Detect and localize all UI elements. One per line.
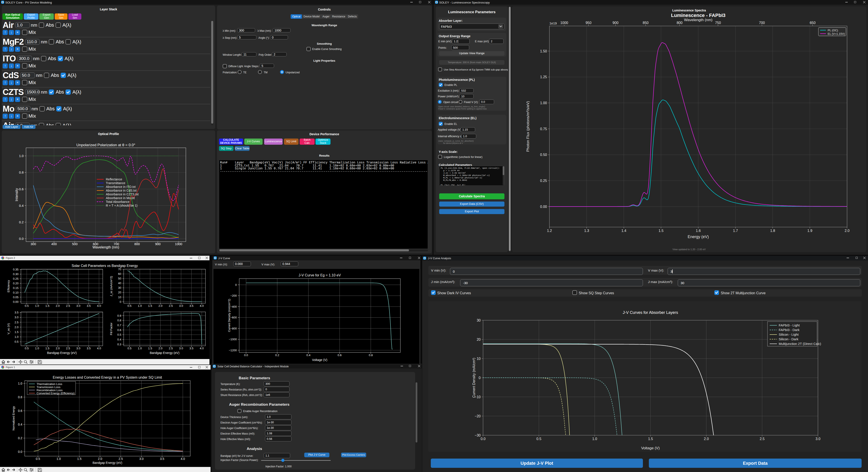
svg-text:Bandgap Energy (eV): Bandgap Energy (eV) bbox=[150, 351, 180, 355]
svg-text:2.0: 2.0 bbox=[158, 304, 162, 307]
svg-text:0.35: 0.35 bbox=[13, 268, 19, 271]
svg-text:0.0: 0.0 bbox=[244, 353, 248, 357]
svg-text:0.0: 0.0 bbox=[19, 237, 24, 240]
svg-text:Silicon - Light: Silicon - Light bbox=[779, 333, 799, 336]
svg-text:60: 60 bbox=[118, 272, 121, 275]
svg-text:950: 950 bbox=[586, 21, 592, 25]
svg-text:0: 0 bbox=[120, 300, 121, 304]
svg-text:500: 500 bbox=[72, 242, 78, 246]
svg-text:Solar Cell Parameters vs Bandg: Solar Cell Parameters vs Bandgap Energy bbox=[72, 264, 138, 268]
svg-text:Energy (eV): Energy (eV) bbox=[688, 235, 709, 239]
svg-text:2.0: 2.0 bbox=[14, 326, 19, 329]
svg-text:3.5: 3.5 bbox=[87, 347, 91, 350]
svg-text:J-V Curves for Absorber Layers: J-V Curves for Absorber Layers bbox=[623, 310, 678, 315]
svg-text:0.75: 0.75 bbox=[540, 127, 547, 131]
svg-text:1.0: 1.0 bbox=[35, 304, 39, 307]
svg-text:900: 900 bbox=[155, 242, 160, 246]
svg-text:Recombination Loss: Recombination Loss bbox=[37, 389, 63, 392]
svg-text:3.0: 3.0 bbox=[76, 347, 80, 350]
svg-text:2.0: 2.0 bbox=[845, 229, 849, 233]
svg-text:0.00: 0.00 bbox=[540, 205, 547, 209]
svg-text:Normalized Energy: Normalized Energy bbox=[12, 406, 15, 430]
svg-text:Absorbance in CdS.txt: Absorbance in CdS.txt bbox=[106, 189, 136, 192]
svg-text:Reflectance: Reflectance bbox=[106, 177, 122, 181]
svg-text:3.0: 3.0 bbox=[76, 304, 80, 307]
svg-text:0.5: 0.5 bbox=[536, 437, 541, 441]
svg-text:0.9: 0.9 bbox=[117, 314, 121, 317]
svg-text:0.0: 0.0 bbox=[480, 437, 486, 441]
svg-text:0.00: 0.00 bbox=[13, 300, 19, 304]
svg-text:Thermalization Loss: Thermalization Loss bbox=[37, 382, 62, 386]
svg-text:1.00: 1.00 bbox=[540, 101, 547, 105]
svg-text:Photon Flux (photons/m²/s/eV): Photon Flux (photons/m²/s/eV) bbox=[526, 101, 530, 152]
svg-text:Efficiency: Efficiency bbox=[7, 280, 10, 292]
svg-text:2.5: 2.5 bbox=[66, 304, 70, 307]
svg-text:−600: −600 bbox=[230, 316, 237, 319]
svg-text:Voltage (V): Voltage (V) bbox=[312, 358, 327, 362]
svg-text:Wavelength (nm): Wavelength (nm) bbox=[684, 18, 713, 22]
svg-text:0.2: 0.2 bbox=[18, 436, 23, 440]
svg-text:1.5: 1.5 bbox=[77, 457, 82, 461]
svg-text:0.25: 0.25 bbox=[540, 179, 547, 182]
svg-text:3.0: 3.0 bbox=[179, 304, 183, 307]
svg-text:1.6: 1.6 bbox=[696, 229, 701, 233]
svg-text:800: 800 bbox=[134, 242, 140, 246]
svg-text:1.9: 1.9 bbox=[807, 229, 812, 233]
svg-text:3.5: 3.5 bbox=[14, 311, 19, 314]
svg-text:0.5: 0.5 bbox=[25, 347, 29, 350]
svg-text:1e19: 1e19 bbox=[550, 21, 557, 25]
svg-text:Absorbance in CZTS.txt: Absorbance in CZTS.txt bbox=[106, 193, 139, 196]
svg-text:4.0: 4.0 bbox=[200, 347, 204, 350]
svg-text:0.4: 0.4 bbox=[19, 204, 24, 207]
svg-text:4.0: 4.0 bbox=[97, 304, 101, 307]
svg-text:400: 400 bbox=[51, 242, 57, 246]
svg-text:Intensity: Intensity bbox=[15, 188, 19, 201]
svg-text:2.0: 2.0 bbox=[98, 457, 102, 461]
svg-text:30: 30 bbox=[118, 286, 121, 290]
svg-text:1.5: 1.5 bbox=[648, 437, 653, 441]
svg-text:0.5: 0.5 bbox=[25, 304, 29, 307]
svg-text:750: 750 bbox=[715, 21, 721, 25]
svg-text:30: 30 bbox=[477, 318, 480, 322]
svg-text:1.4: 1.4 bbox=[621, 229, 626, 233]
svg-text:PL (OC): PL (OC) bbox=[828, 29, 838, 32]
svg-text:3.5: 3.5 bbox=[189, 304, 193, 307]
svg-text:1.5: 1.5 bbox=[14, 330, 19, 334]
svg-text:3.0: 3.0 bbox=[179, 347, 183, 350]
svg-text:EL (V=1.15V): EL (V=1.15V) bbox=[828, 32, 845, 35]
svg-text:0.5: 0.5 bbox=[127, 304, 131, 307]
svg-text:0.6: 0.6 bbox=[18, 409, 23, 412]
svg-text:Wavelength (nm): Wavelength (nm) bbox=[92, 245, 119, 249]
svg-text:900: 900 bbox=[613, 21, 618, 25]
svg-text:Silicon - Dark: Silicon - Dark bbox=[779, 337, 799, 341]
svg-text:Multijunction 2T (Direct Calc): Multijunction 2T (Direct Calc) bbox=[779, 342, 821, 345]
svg-text:0.8: 0.8 bbox=[19, 170, 24, 174]
svg-text:Total Absorbance: Total Absorbance bbox=[106, 200, 130, 204]
svg-text:3.0: 3.0 bbox=[815, 437, 820, 441]
svg-text:J-V Curve for Eg = 1.10 eV: J-V Curve for Eg = 1.10 eV bbox=[299, 273, 341, 277]
svg-text:2.0: 2.0 bbox=[158, 347, 162, 350]
svg-text:V_oc (V): V_oc (V) bbox=[7, 323, 10, 335]
svg-text:1.5: 1.5 bbox=[148, 347, 152, 350]
svg-text:0.6: 0.6 bbox=[19, 187, 24, 191]
svg-text:1.5: 1.5 bbox=[45, 304, 50, 307]
svg-text:1.0: 1.0 bbox=[57, 457, 61, 461]
svg-text:0.4: 0.4 bbox=[117, 338, 121, 341]
svg-text:0.50: 0.50 bbox=[540, 153, 547, 157]
svg-text:0.5: 0.5 bbox=[117, 333, 121, 336]
svg-text:300: 300 bbox=[30, 242, 36, 246]
svg-text:40: 40 bbox=[118, 281, 121, 285]
svg-text:3.0: 3.0 bbox=[140, 457, 144, 461]
svg-text:1.50: 1.50 bbox=[540, 49, 547, 53]
svg-text:10: 10 bbox=[477, 357, 480, 361]
svg-text:650: 650 bbox=[810, 21, 815, 25]
svg-text:−30: −30 bbox=[475, 434, 480, 437]
svg-text:0: 0 bbox=[478, 376, 480, 380]
svg-text:−800: −800 bbox=[230, 327, 237, 330]
svg-text:0.7: 0.7 bbox=[117, 324, 121, 327]
svg-text:2.5: 2.5 bbox=[169, 347, 173, 350]
svg-text:4.0: 4.0 bbox=[181, 457, 185, 461]
svg-text:0.4: 0.4 bbox=[306, 353, 310, 357]
svg-text:1000: 1000 bbox=[175, 242, 182, 246]
svg-text:1.5: 1.5 bbox=[658, 229, 663, 233]
